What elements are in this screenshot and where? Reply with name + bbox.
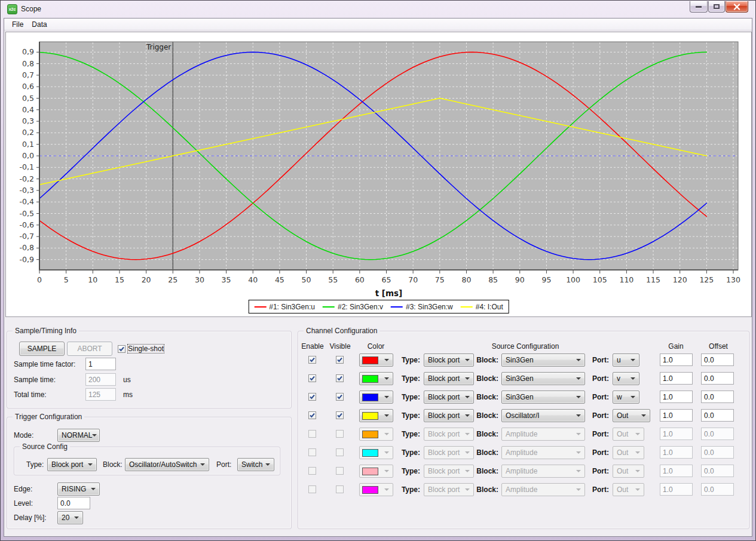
port-select-ch8: Out [613, 483, 644, 496]
svg-text:95: 95 [541, 275, 551, 284]
visible-checkbox-ch1[interactable] [336, 356, 344, 364]
color-select-ch4[interactable] [359, 409, 393, 422]
menu-file[interactable]: File [8, 19, 27, 30]
chart-panel: 0,90,80,70,60,50,40,30,20,10,0-0,1-0,2-0… [5, 32, 752, 317]
sample-time-factor-input[interactable] [85, 358, 116, 370]
chevron-down-icon [92, 434, 97, 437]
trigger-mode-label: Mode: [14, 431, 33, 439]
legend-line-icon [254, 306, 266, 308]
port-select-ch3[interactable]: w [613, 391, 639, 404]
trigger-source-block-label: Block: [103, 460, 123, 469]
svg-text:-0,9: -0,9 [20, 255, 34, 264]
trigger-source-type-select[interactable]: Block port [47, 458, 97, 471]
port-label-ch2: Port: [584, 374, 609, 383]
offset-input-ch1[interactable] [701, 354, 734, 366]
visible-checkbox-ch8 [336, 485, 344, 493]
maximize-button[interactable] [708, 1, 725, 13]
color-select-ch2[interactable] [359, 372, 393, 385]
single-shot-label[interactable]: Single-shot [128, 345, 164, 353]
chevron-down-icon [384, 359, 389, 361]
port-label-ch7: Port: [584, 467, 609, 475]
chevron-down-icon [630, 377, 635, 380]
svg-text:0,6: 0,6 [22, 82, 34, 91]
block-select-ch2[interactable]: Sin3Gen [501, 372, 585, 385]
gain-input-ch3[interactable] [660, 391, 693, 403]
svg-text:0,3: 0,3 [22, 116, 34, 125]
block-select-ch3[interactable]: Sin3Gen [501, 391, 585, 404]
block-select-ch7: Amplitude [501, 465, 585, 478]
port-select-ch7: Out [613, 465, 644, 478]
port-select-ch2[interactable]: v [613, 372, 639, 385]
type-select-ch4[interactable]: Block port [424, 409, 474, 422]
gain-input-ch5 [660, 428, 693, 440]
gain-input-ch2[interactable] [660, 372, 693, 385]
svg-text:75: 75 [435, 275, 445, 284]
scope-window: x2c Scope File Data 0,90,80,70,60,50,40,… [0, 0, 756, 541]
minimize-button[interactable] [690, 1, 708, 13]
type-label-ch2: Type: [395, 374, 420, 383]
enable-checkbox-ch3[interactable] [308, 393, 316, 401]
close-button[interactable] [726, 1, 748, 13]
chevron-down-icon [635, 433, 640, 435]
color-select-ch1[interactable] [359, 354, 393, 367]
offset-input-ch3[interactable] [701, 391, 734, 403]
block-select-ch4[interactable]: Oscillator/I [501, 409, 585, 422]
type-select-ch3[interactable]: Block port [424, 391, 474, 404]
svg-text:0,9: 0,9 [22, 47, 34, 56]
block-label-ch1: Block: [473, 356, 498, 364]
svg-text:70: 70 [408, 275, 418, 284]
gain-input-ch4[interactable] [660, 409, 693, 422]
svg-text:85: 85 [488, 275, 498, 284]
trigger-edge-select[interactable]: RISING [57, 482, 100, 496]
single-shot-checkbox[interactable] [118, 345, 126, 353]
sample-button[interactable]: SAMPLE [19, 342, 65, 356]
visible-checkbox-ch4[interactable] [336, 411, 344, 419]
legend-label: #3: Sin3Gen:w [406, 303, 453, 311]
chevron-down-icon [630, 396, 635, 398]
port-select-ch1[interactable]: u [613, 354, 639, 367]
chevron-down-icon [465, 377, 470, 380]
color-select-ch3[interactable] [359, 391, 393, 404]
type-label-ch8: Type: [395, 485, 420, 494]
svg-text:65: 65 [382, 275, 391, 284]
svg-text:0,0: 0,0 [22, 151, 34, 160]
sample-timing-title: Sample/Timing Info [13, 327, 79, 335]
enable-checkbox-ch4[interactable] [308, 411, 316, 419]
visible-checkbox-ch2[interactable] [336, 374, 344, 382]
type-select-ch1[interactable]: Block port [424, 354, 474, 367]
type-select-ch2[interactable]: Block port [424, 372, 474, 385]
visible-checkbox-ch3[interactable] [336, 393, 344, 401]
type-select-ch8: Block port [424, 483, 474, 496]
block-label-ch3: Block: [473, 393, 498, 401]
trigger-mode-select[interactable]: NORMAL [57, 429, 100, 442]
block-label-ch6: Block: [473, 448, 498, 457]
offset-input-ch4[interactable] [701, 409, 734, 422]
enable-checkbox-ch1[interactable] [308, 356, 316, 364]
visible-checkbox-ch6 [336, 448, 344, 456]
chevron-down-icon [635, 488, 640, 491]
trigger-source-block-select[interactable]: Oscillator/AutoSwitch [125, 458, 209, 471]
type-label-ch4: Type: [395, 411, 420, 420]
scope-plot: 0,90,80,70,60,50,40,30,20,10,0-0,1-0,2-0… [6, 32, 751, 299]
chevron-down-icon [465, 433, 470, 435]
port-select-ch4[interactable]: Out [613, 409, 650, 422]
titlebar[interactable]: x2c Scope [1, 1, 755, 18]
svg-text:t [ms]: t [ms] [375, 288, 403, 298]
gain-input-ch1[interactable] [660, 354, 693, 366]
block-select-ch1[interactable]: Sin3Gen [501, 354, 585, 367]
svg-text:25: 25 [168, 275, 177, 284]
trigger-source-port-select[interactable]: Switch [237, 458, 274, 471]
trigger-source-title: Source Config [20, 442, 70, 451]
sample-time-factor-label: Sample time factor: [14, 360, 75, 368]
chevron-down-icon [576, 396, 581, 398]
trigger-delay-select[interactable]: 20 [57, 511, 83, 524]
menu-data[interactable]: Data [27, 19, 51, 30]
chevron-down-icon [635, 470, 640, 472]
gain-input-ch7 [660, 465, 693, 477]
offset-input-ch6 [701, 446, 734, 459]
enable-checkbox-ch2[interactable] [308, 374, 316, 382]
trigger-level-input[interactable] [57, 497, 90, 509]
offset-input-ch2[interactable] [701, 372, 734, 385]
svg-text:55: 55 [328, 275, 338, 284]
chevron-down-icon [465, 414, 470, 417]
